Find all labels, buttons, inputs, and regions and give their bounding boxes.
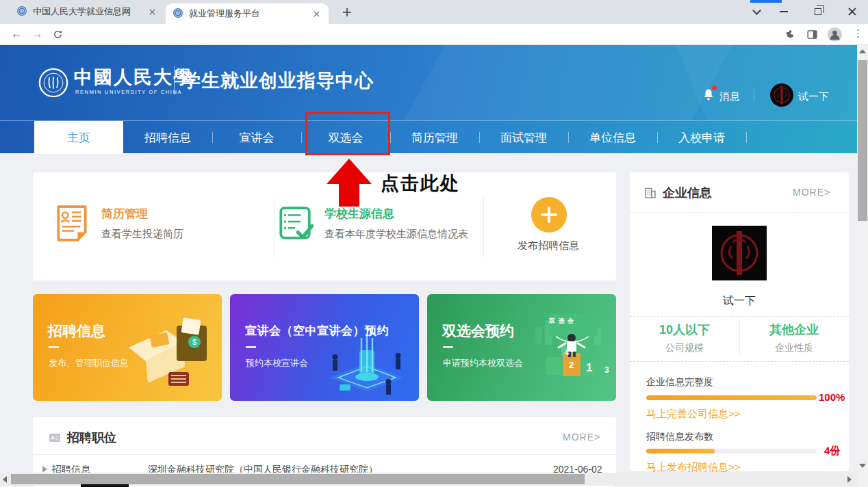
horizontal-scroll-thumb[interactable] xyxy=(11,474,585,484)
tab-title: 中国人民大学就业信息网 xyxy=(33,5,141,18)
progress-fill xyxy=(646,395,817,400)
quick-action-publish-label[interactable]: 发布招聘信息 xyxy=(518,239,579,252)
card-divider xyxy=(33,454,616,455)
scroll-left-icon[interactable] xyxy=(3,476,7,483)
publish-plus-icon[interactable] xyxy=(531,197,567,233)
window-close-button[interactable] xyxy=(841,0,864,23)
podium-rank-4: 4 xyxy=(565,348,569,356)
podium-rank-2: 2 xyxy=(569,360,574,370)
stat-label: 公司规模 xyxy=(630,342,739,354)
browser-tab-employment-info[interactable]: 中国人民大学就业信息网 xyxy=(10,0,164,23)
extensions-puzzle-icon[interactable] xyxy=(784,29,796,43)
metric-label: 企业信息完整度 xyxy=(646,376,713,389)
dashed-divider xyxy=(630,361,849,362)
banner-desk-illustration: $ xyxy=(108,306,218,398)
metric-value: 100% xyxy=(819,391,845,403)
banner-desc: 发布、管理职位信息 xyxy=(49,357,129,369)
scrollbar-corner xyxy=(857,473,868,487)
vertical-scrollbar[interactable] xyxy=(857,45,868,487)
company-stat-type: 其他企业 企业性质 xyxy=(739,321,849,354)
favicon-ruc-icon xyxy=(173,8,183,21)
jobs-section-title: 招聘职位 xyxy=(67,430,116,446)
caret-right-icon xyxy=(42,466,47,473)
banner-info-session[interactable]: 宣讲会（空中宣讲会）预约 预约本校宣讲会 xyxy=(230,294,419,401)
card-divider xyxy=(483,196,484,257)
nav-item-info-session[interactable]: 宣讲会 xyxy=(212,121,301,154)
checklist-icon xyxy=(277,204,314,245)
nav-item-home[interactable]: 主页 xyxy=(34,121,123,154)
browser-menu-dots-icon[interactable]: ⋮ xyxy=(853,27,863,40)
tab-close-icon[interactable] xyxy=(146,6,157,17)
back-icon[interactable]: ← xyxy=(11,27,23,41)
user-avatar[interactable] xyxy=(770,83,793,107)
dashed-divider xyxy=(630,316,849,317)
university-name-en: RENMIN UNIVERSITY OF CHINA xyxy=(75,89,182,95)
site-header: 中國人民大學 RENMIN UNIVERSITY OF CHINA 学生就业创业… xyxy=(0,45,868,120)
quick-action-resume-title[interactable]: 简历管理 xyxy=(101,206,148,222)
header-divider xyxy=(754,89,754,101)
resume-doc-icon xyxy=(53,204,90,245)
banner-job-fair[interactable]: 双 选 会 2 1 3 4 双选会预约 申请预约本校双选会 xyxy=(427,294,616,401)
nav-item-campus-entry[interactable]: 入校申请 xyxy=(657,121,746,154)
forward-icon[interactable]: → xyxy=(31,27,43,41)
vertical-scroll-thumb[interactable] xyxy=(858,60,867,221)
banner-title: 双选会预约 xyxy=(442,321,514,341)
progress-track xyxy=(646,395,817,400)
nav-item-interview-mgmt[interactable]: 面试管理 xyxy=(479,121,568,154)
site-title: 学生就业创业指导中心 xyxy=(182,68,374,93)
stat-value: 其他企业 xyxy=(739,321,849,338)
taskbar-edge xyxy=(81,484,129,487)
nav-item-resume-mgmt[interactable]: 简历管理 xyxy=(390,121,479,154)
tab-close-icon[interactable] xyxy=(311,8,322,19)
browser-tab-service-platform[interactable]: 就业管理服务平台 xyxy=(166,3,329,24)
browser-toolbar: ← → rdjy.ruc.edu.cn/a/home ☆ ⋮ xyxy=(0,24,868,45)
quick-action-students-title[interactable]: 学校生源信息 xyxy=(324,206,394,222)
company-more-link[interactable]: MORE> xyxy=(793,187,830,198)
nav-item-recruit-info[interactable]: 招聘信息 xyxy=(123,121,212,154)
podium-rank-3: 3 xyxy=(604,365,609,375)
ruc-seal-icon xyxy=(38,67,69,101)
tab-search-chevron-icon[interactable] xyxy=(745,0,768,23)
nav-item-employer-info[interactable]: 单位信息 xyxy=(568,121,657,154)
university-name-zh: 中國人民大學 xyxy=(74,65,193,90)
progress-track xyxy=(646,449,817,453)
quick-action-students-desc: 查看本年度学校生源信息情况表 xyxy=(324,228,468,241)
tab-title: 就业管理服务平台 xyxy=(189,8,305,20)
new-tab-button[interactable] xyxy=(338,3,356,21)
company-section-title: 企业信息 xyxy=(663,185,712,201)
banner-desc: 申请预约本校双选会 xyxy=(443,357,523,369)
messages-link[interactable]: 消息 xyxy=(719,90,740,103)
header-divider xyxy=(174,66,175,95)
banner-desc: 预约本校宣讲会 xyxy=(246,357,308,369)
jobs-more-link[interactable]: MORE> xyxy=(563,432,600,443)
tab-bar: 中国人民大学就业信息网 就业管理服务平台 xyxy=(0,0,868,24)
profile-avatar-icon[interactable] xyxy=(827,27,843,45)
banner-dash xyxy=(49,346,59,348)
banner-title: 招聘信息 xyxy=(48,321,105,341)
id-card-icon xyxy=(48,431,62,447)
header-decor xyxy=(671,45,868,120)
progress-fill xyxy=(646,449,715,453)
scroll-down-icon[interactable] xyxy=(859,464,866,468)
banner-dash xyxy=(246,346,256,348)
scroll-right-icon[interactable] xyxy=(847,476,852,483)
user-name[interactable]: 试一下 xyxy=(798,90,829,103)
notification-dot xyxy=(712,85,717,90)
annotation-highlight-box xyxy=(305,112,390,155)
banner-title: 宣讲会（空中宣讲会）预约 xyxy=(245,323,389,339)
building-icon xyxy=(643,186,657,202)
reload-icon[interactable] xyxy=(52,29,64,43)
metric-label: 招聘信息发布数 xyxy=(646,431,713,443)
complete-company-info-link[interactable]: 马上完善公司信息>> xyxy=(646,408,741,421)
annotation-click-here-text: 点击此处 xyxy=(381,171,460,196)
window-restore-button[interactable] xyxy=(806,0,830,23)
side-panel-icon[interactable] xyxy=(806,29,818,43)
company-info-card: 企业信息 MORE> 试一下 10人以下 公司规模 其他企业 企业性质 企业信息… xyxy=(630,172,849,471)
annotation-arrow-shaft xyxy=(339,183,359,207)
card-divider xyxy=(274,196,275,257)
stat-label: 企业性质 xyxy=(739,342,849,354)
scroll-up-icon[interactable] xyxy=(859,49,866,53)
quick-actions-card: 简历管理 查看学生投递简历 学校生源信息 查看本年度学校生源信息情况表 发布招聘… xyxy=(33,172,616,280)
window-minimize-button[interactable] xyxy=(772,0,795,23)
banner-recruit-info[interactable]: $ 招聘信息 发布、管理职位信息 xyxy=(33,294,222,401)
